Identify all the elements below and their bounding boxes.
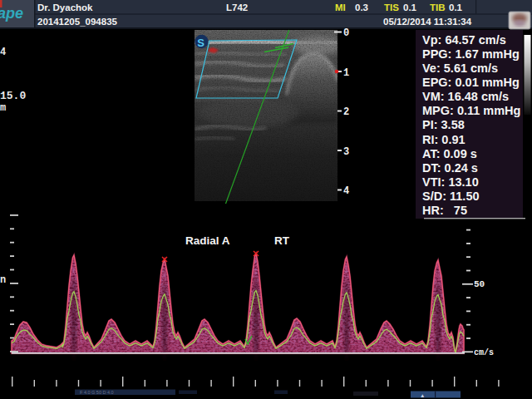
svg-text:1: 1: [343, 67, 349, 79]
svg-text:n: n: [0, 274, 6, 286]
svg-text:Ve: 5.61 cm/s: Ve: 5.61 cm/s: [422, 62, 498, 75]
svg-text:2: 2: [343, 106, 349, 118]
svg-text:0.1: 0.1: [403, 2, 417, 12]
svg-text:ape: ape: [0, 5, 23, 22]
svg-text:RT: RT: [274, 234, 290, 247]
svg-text:EPG: 0.01 mmHg: EPG: 0.01 mmHg: [422, 76, 520, 89]
svg-text:VTI: 13.10: VTI: 13.10: [422, 175, 479, 189]
svg-text:Vp: 64.57 cm/s: Vp: 64.57 cm/s: [422, 33, 506, 47]
svg-text:50: 50: [474, 279, 485, 289]
svg-text:RI: 0.91: RI: 0.91: [422, 133, 466, 146]
svg-text:05/12/2014 11:31:34: 05/12/2014 11:31:34: [383, 17, 472, 27]
svg-text:cm/s: cm/s: [474, 348, 494, 357]
svg-text:4: 4: [343, 185, 349, 197]
svg-text:PI: 3.58: PI: 3.58: [422, 118, 465, 131]
svg-text:AT: 0.09 s: AT: 0.09 s: [422, 147, 477, 160]
svg-text:0.3: 0.3: [355, 2, 368, 12]
svg-text:0: 0: [343, 27, 349, 39]
svg-text:TIS: TIS: [384, 2, 399, 12]
svg-text:15.0: 15.0: [0, 90, 26, 102]
svg-text:DT: 0.24 s: DT: 0.24 s: [422, 161, 478, 175]
svg-text:S/D: 11.50: S/D: 11.50: [422, 190, 480, 203]
svg-text:m: m: [0, 102, 6, 114]
svg-text:MPG: 0.11 mmHg: MPG: 0.11 mmHg: [422, 104, 520, 117]
svg-text:▲: ▲: [420, 392, 425, 398]
svg-text:S: S: [197, 37, 204, 49]
svg-text:HR: 75: HR: 75: [422, 204, 467, 217]
svg-text:20141205_094835: 20141205_094835: [37, 17, 118, 27]
svg-text:0.1: 0.1: [449, 2, 463, 12]
svg-text:MI: MI: [335, 2, 346, 12]
svg-text:VM: 16.48 cm/s: VM: 16.48 cm/s: [422, 90, 509, 103]
svg-text:PPG: 1.67 mmHg: PPG: 1.67 mmHg: [422, 47, 520, 61]
svg-text:L742: L742: [226, 2, 248, 12]
svg-text:Radial A: Radial A: [185, 234, 230, 247]
svg-text:Dr. Dyachok: Dr. Dyachok: [37, 2, 93, 12]
svg-text:4: 4: [0, 47, 6, 58]
svg-text:F 4.0 G 50 D 4.0: F 4.0 G 50 D 4.0: [80, 390, 114, 395]
svg-text:3: 3: [343, 146, 349, 158]
svg-text:TIB: TIB: [430, 2, 446, 12]
